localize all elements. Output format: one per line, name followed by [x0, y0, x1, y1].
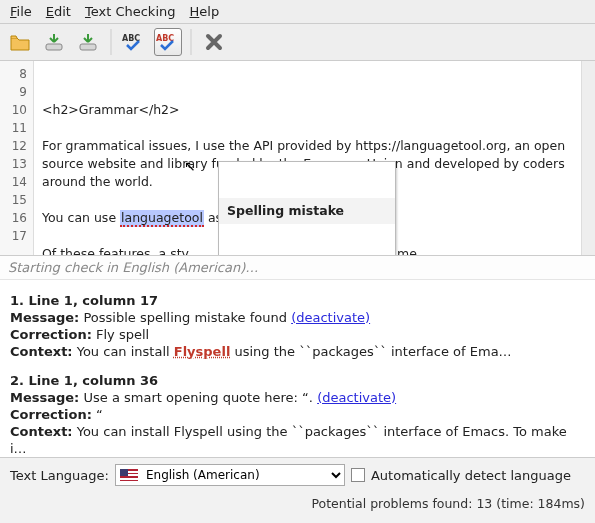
code-line: around the world. [42, 174, 153, 189]
code-text: Of these features, a sty [42, 246, 189, 255]
menu-help[interactable]: Help [184, 2, 226, 21]
editor-pane: 8 9 10 11 12 13 14 15 16 17 <h2>Grammar<… [0, 61, 595, 256]
line-number: 15 [0, 191, 27, 209]
abc-check-red-icon: ABC [155, 32, 181, 52]
deactivate-link[interactable]: (deactivate) [291, 310, 370, 325]
context-text: You can install Flyspell using the ``pac… [10, 424, 567, 456]
save-down-icon [43, 32, 65, 52]
close-button[interactable] [200, 28, 228, 56]
label: Message: [10, 310, 79, 325]
code-line: <h2>Grammar</h2> [42, 102, 180, 117]
line-number: 8 [0, 65, 27, 83]
line-number: 14 [0, 173, 27, 191]
label: Context: [10, 344, 73, 359]
label: Message: [10, 390, 79, 405]
spell-suggestion-popup: Spelling mistake language tool LanguageT… [218, 161, 396, 255]
code-text: You can use [42, 210, 120, 225]
statusbar-text: Potential problems found: 13 (time: 184m… [311, 496, 585, 511]
line-number: 11 [0, 119, 27, 137]
code-area[interactable]: <h2>Grammar</h2> For grammatical issues,… [34, 61, 581, 255]
line-number: 12 [0, 137, 27, 155]
line-gutter: 8 9 10 11 12 13 14 15 16 17 [0, 61, 34, 255]
scrollbar-vertical[interactable] [581, 61, 595, 255]
result-title: 2. Line 1, column 36 [10, 373, 158, 388]
context-error-word: Flyspell [174, 344, 231, 359]
bottom-bar: Text Language: English (American) Automa… [0, 458, 595, 492]
menu-text-checking[interactable]: Text Checking [79, 2, 182, 21]
abc-check-icon: ABC [121, 32, 147, 52]
spellcheck-selected-button[interactable]: ABC [154, 28, 182, 56]
save-button[interactable] [40, 28, 68, 56]
line-number: 9 [0, 83, 27, 101]
correction-text: “ [92, 407, 103, 422]
menubar: File Edit Text Checking Help [0, 0, 595, 24]
save-down-alt-icon [77, 32, 99, 52]
toolbar-separator [110, 29, 112, 55]
label: Context: [10, 424, 73, 439]
context-text: You can install [73, 344, 174, 359]
close-x-icon [204, 32, 224, 52]
svg-rect-1 [80, 44, 96, 50]
message-text: Use a smart opening quote here: “. [79, 390, 317, 405]
toolbar: ABC ABC [0, 24, 595, 61]
result-title: 1. Line 1, column 17 [10, 293, 158, 308]
check-status-line: Starting check in English (American)… [0, 256, 595, 280]
auto-detect-label: Automatically detect language [371, 468, 571, 483]
line-number: 13 [0, 155, 27, 173]
results-pane: 1. Line 1, column 17 Message: Possible s… [0, 280, 595, 458]
open-button[interactable] [6, 28, 34, 56]
label: Correction: [10, 327, 92, 342]
code-line: For grammatical issues, I use the API pr… [42, 138, 565, 153]
line-number: 17 [0, 227, 27, 245]
export-button[interactable] [74, 28, 102, 56]
flag-us-icon [120, 469, 138, 481]
folder-open-icon [9, 32, 31, 52]
correction-text: Fly spell [92, 327, 149, 342]
menu-file[interactable]: File [4, 2, 38, 21]
menu-edit[interactable]: Edit [40, 2, 77, 21]
line-number: 16 [0, 209, 27, 227]
label: Correction: [10, 407, 92, 422]
auto-detect-checkbox[interactable] [351, 468, 365, 482]
popup-header: Spelling mistake [219, 198, 395, 224]
text-language-label: Text Language: [10, 468, 109, 483]
language-select[interactable]: English (American) [115, 464, 345, 486]
toolbar-separator [190, 29, 192, 55]
message-text: Possible spelling mistake found [79, 310, 291, 325]
context-text: using the ``packages`` interface of Ema… [230, 344, 511, 359]
line-number: 10 [0, 101, 27, 119]
svg-rect-0 [46, 44, 62, 50]
spell-error-word[interactable]: languagetool [120, 210, 204, 227]
spellcheck-button[interactable]: ABC [120, 28, 148, 56]
statusbar: Potential problems found: 13 (time: 184m… [0, 492, 595, 511]
deactivate-link[interactable]: (deactivate) [317, 390, 396, 405]
